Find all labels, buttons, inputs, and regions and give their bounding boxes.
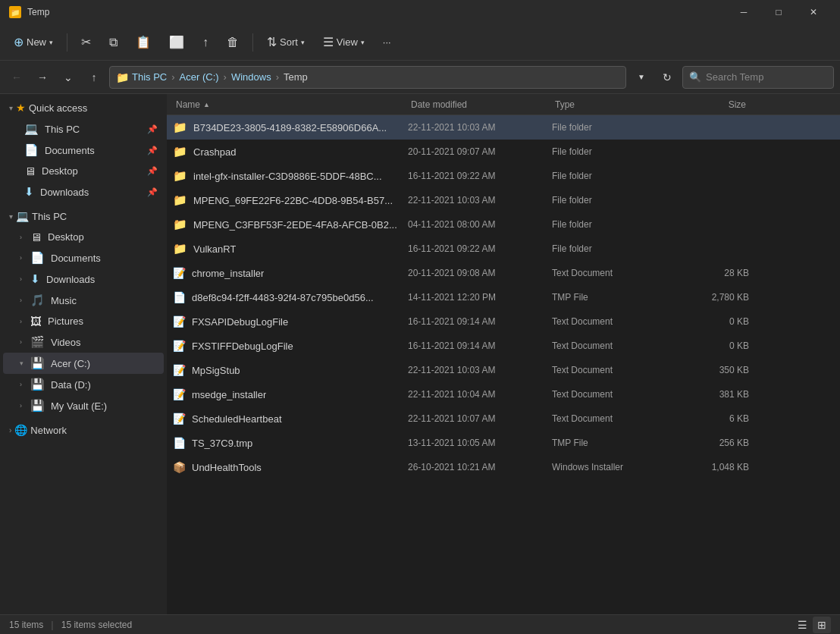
address-folder-icon: 📁 xyxy=(116,71,129,83)
table-row[interactable]: 📁 intel-gfx-installer-C3D9886E-5DDF-48BC… xyxy=(167,164,840,188)
file-name-cell: 📁 intel-gfx-installer-C3D9886E-5DDF-48BC… xyxy=(173,169,408,183)
back-button[interactable]: ← xyxy=(6,67,27,88)
table-row[interactable]: 📁 MPENG_69FE22F6-22BC-4DD8-9B54-B57... 2… xyxy=(167,188,840,212)
list-view-button[interactable]: ☰ xyxy=(793,617,811,633)
maximize-button[interactable]: □ xyxy=(761,0,796,24)
file-type: Text Document xyxy=(552,365,613,375)
sidebar-item-desktop[interactable]: › 🖥 Desktop xyxy=(3,227,164,247)
sidebar-item-vault-e[interactable]: › 💾 My Vault (E:) xyxy=(3,395,164,416)
file-size-cell: 6 KB xyxy=(673,413,749,424)
file-date: 16-11-2021 09:14 AM xyxy=(408,316,495,327)
file-type-cell: File folder xyxy=(552,146,673,157)
table-row[interactable]: 📝 chrome_installer 20-11-2021 09:08 AM T… xyxy=(167,261,840,285)
file-name: B734DE23-3805-4189-8382-E58906D66A... xyxy=(193,122,387,133)
delete-button[interactable]: 🗑 xyxy=(219,31,246,54)
search-bar[interactable]: 🔍 Search Temp xyxy=(682,66,834,89)
sidebar-item-documents-quick[interactable]: 📄 Documents 📌 xyxy=(3,140,164,161)
refresh-button[interactable]: ↻ xyxy=(657,67,678,88)
table-row[interactable]: 📝 FXSAPIDebugLogFile 16-11-2021 09:14 AM… xyxy=(167,309,840,334)
col-header-type[interactable]: Type xyxy=(552,99,673,110)
sort-button[interactable]: ⇅ Sort ▾ xyxy=(259,30,312,54)
table-row[interactable]: 📁 MPENG_C3FBF53F-2EDE-4FA8-AFCB-0B2... 0… xyxy=(167,212,840,237)
toolbar-separator-1 xyxy=(67,33,67,52)
col-header-size[interactable]: Size xyxy=(673,99,749,110)
share-button[interactable]: ↑ xyxy=(195,31,216,54)
sidebar-item-documents[interactable]: › 📄 Documents xyxy=(3,247,164,268)
music-label: Music xyxy=(51,295,77,306)
sidebar-item-data-d[interactable]: › 💾 Data (D:) xyxy=(3,374,164,395)
file-size: 6 KB xyxy=(729,413,749,424)
sidebar-quick-access-header[interactable]: ▾ ★ Quick access xyxy=(3,97,164,118)
sidebar-item-pictures[interactable]: › 🖼 Pictures xyxy=(3,311,164,331)
file-date-cell: 16-11-2021 09:22 AM xyxy=(408,171,552,181)
file-size-cell: 256 KB xyxy=(673,438,749,448)
sidebar-item-downloads[interactable]: › ⬇ Downloads xyxy=(3,268,164,290)
table-row[interactable]: 📝 FXSTIFFDebugLogFile 16-11-2021 09:14 A… xyxy=(167,334,840,358)
sidebar-item-acer-c[interactable]: ▾ 💾 Acer (C:) xyxy=(3,353,164,374)
table-row[interactable]: 📦 UndHealthTools 26-10-2021 10:21 AM Win… xyxy=(167,455,840,479)
file-date-cell: 13-11-2021 10:05 AM xyxy=(408,438,552,448)
this-pc-label: This PC xyxy=(45,124,80,135)
file-type: File folder xyxy=(552,195,592,206)
table-row[interactable]: 📄 d8ef8c94-f2ff-4483-92f4-87c795be0d56..… xyxy=(167,285,840,309)
file-size: 0 KB xyxy=(729,316,749,327)
minimize-button[interactable]: ─ xyxy=(726,0,761,24)
file-type-cell: Text Document xyxy=(552,389,673,400)
file-name: intel-gfx-installer-C3D9886E-5DDF-48BC..… xyxy=(193,171,382,182)
table-row[interactable]: 📝 MpSigStub 22-11-2021 10:03 AM Text Doc… xyxy=(167,358,840,382)
file-size-cell: 0 KB xyxy=(673,341,749,351)
view-button[interactable]: ☰ View ▾ xyxy=(315,30,372,54)
table-row[interactable]: 📄 TS_37C9.tmp 13-11-2021 10:05 AM TMP Fi… xyxy=(167,431,840,455)
more-button[interactable]: ··· xyxy=(375,32,399,52)
address-bar[interactable]: 📁 This PC › Acer (C:) › Windows › Temp xyxy=(109,66,626,89)
address-dropdown-button[interactable]: ▼ xyxy=(631,67,652,88)
col-header-name[interactable]: Name ▲ xyxy=(173,99,408,110)
file-date: 26-10-2021 10:21 AM xyxy=(408,462,495,472)
table-row[interactable]: 📁 B734DE23-3805-4189-8382-E58906D66A... … xyxy=(167,115,840,140)
pictures-label: Pictures xyxy=(48,315,83,327)
sidebar-item-music[interactable]: › 🎵 Music xyxy=(3,290,164,311)
details-view-button[interactable]: ⊞ xyxy=(813,617,831,633)
sidebar-item-desktop-quick[interactable]: 🖥 Desktop 📌 xyxy=(3,161,164,181)
file-type: Text Document xyxy=(552,389,613,400)
sidebar-item-downloads-quick[interactable]: ⬇ Downloads 📌 xyxy=(3,181,164,202)
file-name-cell: 📝 msedge_installer xyxy=(173,388,408,400)
file-date-cell: 04-11-2021 08:00 AM xyxy=(408,219,552,230)
sidebar-this-pc-header[interactable]: ▾ 💻 This PC xyxy=(3,206,164,227)
col-header-date[interactable]: Date modified xyxy=(408,99,552,110)
new-button[interactable]: ⊕ New ▾ xyxy=(6,30,61,54)
file-type-cell: File folder xyxy=(552,243,673,254)
paste-button[interactable]: 📋 xyxy=(128,30,158,54)
more-label: ··· xyxy=(383,36,391,48)
downloads-label: Downloads xyxy=(46,274,95,285)
copy-button[interactable]: ⧉ xyxy=(102,31,125,54)
file-date: 04-11-2021 08:00 AM xyxy=(408,219,495,230)
up-button[interactable]: ↑ xyxy=(83,67,105,88)
recent-button[interactable]: ⌄ xyxy=(58,67,79,88)
search-icon: 🔍 xyxy=(689,71,701,83)
file-list-area: Name ▲ Date modified Type Size 📁 B734DE2… xyxy=(167,94,840,614)
file-size: 381 KB xyxy=(719,389,749,400)
file-size: 2,780 KB xyxy=(712,292,749,303)
close-button[interactable]: ✕ xyxy=(796,0,831,24)
cut-button[interactable]: ✂ xyxy=(74,30,99,54)
sidebar-item-this-pc-quick[interactable]: 💻 This PC 📌 xyxy=(3,118,164,140)
sidebar-item-videos[interactable]: › 🎬 Videos xyxy=(3,331,164,353)
rename-button[interactable]: ⬜ xyxy=(161,30,192,54)
file-type-cell: File folder xyxy=(552,195,673,206)
table-row[interactable]: 📝 ScheduledHeartbeat 22-11-2021 10:07 AM… xyxy=(167,406,840,431)
table-row[interactable]: 📁 Crashpad 20-11-2021 09:07 AM File fold… xyxy=(167,140,840,164)
file-name-cell: 📁 MPENG_69FE22F6-22BC-4DD8-9B54-B57... xyxy=(173,193,408,207)
file-name: ScheduledHeartbeat xyxy=(192,413,282,425)
table-row[interactable]: 📝 msedge_installer 22-11-2021 10:04 AM T… xyxy=(167,382,840,406)
new-label: New xyxy=(27,36,46,48)
file-date: 22-11-2021 10:03 AM xyxy=(408,122,495,133)
table-row[interactable]: 📁 VulkanRT 16-11-2021 09:22 AM File fold… xyxy=(167,237,840,261)
breadcrumb-windows: Windows xyxy=(231,71,271,83)
file-size: 0 KB xyxy=(729,341,749,351)
file-size: 1,048 KB xyxy=(712,462,749,472)
column-headers: Name ▲ Date modified Type Size xyxy=(167,94,840,115)
sidebar-network-header[interactable]: › 🌐 Network xyxy=(3,419,164,441)
file-type-cell: TMP File xyxy=(552,438,673,448)
forward-button[interactable]: → xyxy=(32,67,53,88)
